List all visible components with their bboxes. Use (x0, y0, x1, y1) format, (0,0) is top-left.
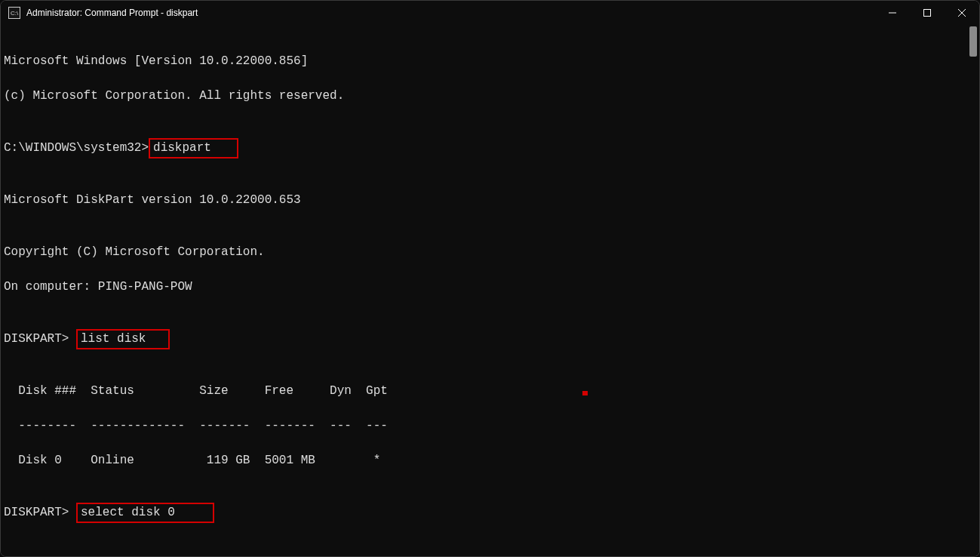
window-title: Administrator: Command Prompt - diskpart (26, 8, 198, 18)
scrollbar-thumb[interactable] (969, 26, 977, 57)
output-line: (c) Microsoft Corporation. All rights re… (4, 88, 979, 105)
output-line: Microsoft DiskPart version 10.0.22000.65… (4, 192, 979, 209)
minimize-button[interactable] (875, 1, 910, 25)
maximize-button[interactable] (910, 1, 945, 25)
output-line: DISKPART> select disk 0 (4, 504, 979, 522)
output-line: Copyright (C) Microsoft Corporation. (4, 244, 979, 261)
minimize-icon (889, 9, 896, 17)
terminal-output[interactable]: Microsoft Windows [Version 10.0.22000.85… (1, 25, 979, 556)
table-header: Disk ### Status Size Free Dyn Gpt (4, 383, 979, 400)
close-icon (958, 9, 966, 17)
scrollbar-track[interactable] (967, 25, 978, 555)
svg-rect-1 (924, 10, 931, 17)
diskpart-prompt: DISKPART> (4, 332, 76, 346)
output-line: C:\WINDOWS\system32>diskpart (4, 140, 979, 157)
titlebar[interactable]: C:\ Administrator: Command Prompt - disk… (1, 1, 979, 25)
output-line: DISKPART> list disk (4, 331, 979, 348)
annotation-dot (582, 391, 588, 395)
cmd-icon: C:\ (8, 7, 20, 19)
close-button[interactable] (945, 1, 979, 25)
output-line: Microsoft Windows [Version 10.0.22000.85… (4, 53, 979, 70)
maximize-icon (923, 9, 931, 17)
highlight-box: list disk (76, 329, 170, 349)
highlight-box: select disk 0 (76, 503, 214, 523)
diskpart-prompt: DISKPART> (4, 506, 76, 519)
table-row: Disk 0 Online 119 GB 5001 MB * (4, 452, 979, 469)
highlight-box: diskpart (149, 138, 238, 158)
output-line: On computer: PING-PANG-POW (4, 278, 979, 296)
command-prompt-window: C:\ Administrator: Command Prompt - disk… (0, 0, 980, 557)
prompt-path: C:\WINDOWS\system32> (4, 141, 149, 155)
table-divider: -------- ------------- ------- ------- -… (4, 417, 979, 435)
